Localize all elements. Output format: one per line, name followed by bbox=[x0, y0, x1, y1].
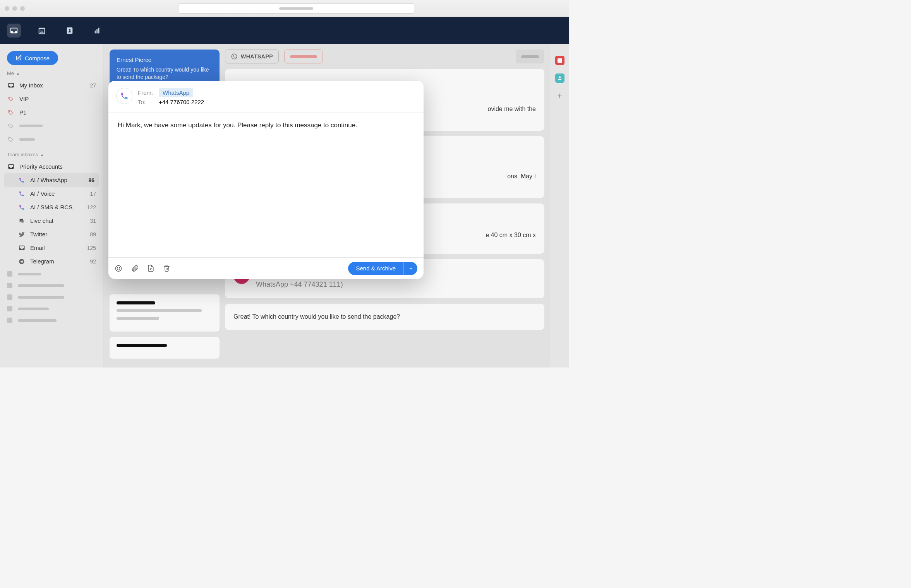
inbox-icon bbox=[7, 163, 15, 170]
whatsapp-icon bbox=[231, 53, 238, 60]
phone-icon bbox=[18, 177, 26, 183]
sidebar-item-skel-2 bbox=[0, 133, 103, 146]
chevron-down-icon bbox=[408, 266, 413, 271]
section-me[interactable]: Me▲ bbox=[0, 65, 103, 79]
svg-point-9 bbox=[9, 97, 10, 98]
chip-placeholder-red[interactable] bbox=[284, 50, 323, 63]
thread-item-skel[interactable] bbox=[110, 294, 220, 332]
section-team[interactable]: Team inboxes▲ bbox=[0, 146, 103, 160]
chip-placeholder-gray[interactable] bbox=[516, 50, 544, 63]
top-nav: 31 bbox=[0, 17, 569, 44]
svg-point-17 bbox=[117, 267, 118, 268]
nav-contacts-icon[interactable] bbox=[63, 24, 77, 38]
sidebar-item-ai-voice[interactable]: AI / Voice 17 bbox=[0, 187, 103, 200]
from-channel-badge[interactable]: WhatsApp bbox=[159, 88, 193, 97]
mac-title-bar bbox=[0, 0, 569, 17]
message-bubble: Great! To which country would you like t… bbox=[225, 304, 544, 330]
sidebar-skel bbox=[0, 303, 103, 315]
conversation-header: WHATSAPP bbox=[225, 50, 544, 63]
thread-snippet: Great! To which country would you like t… bbox=[117, 66, 213, 81]
sidebar-item-email[interactable]: Email 125 bbox=[0, 241, 103, 255]
svg-point-18 bbox=[119, 267, 120, 268]
chevron-up-icon: ▲ bbox=[40, 153, 44, 157]
chat-icon bbox=[18, 218, 26, 224]
sidebar-item-vip[interactable]: VIP bbox=[0, 92, 103, 106]
sidebar-skel bbox=[0, 280, 103, 291]
inbox-icon bbox=[7, 82, 15, 89]
sidebar-item-twitter[interactable]: Twitter 89 bbox=[0, 227, 103, 241]
sidebar-skel bbox=[0, 268, 103, 280]
tag-icon bbox=[7, 96, 15, 102]
inbox-icon bbox=[18, 244, 26, 251]
sidebar: Compose Me▲ My Inbox 27 VIP P1 Team inbo… bbox=[0, 44, 103, 368]
svg-rect-5 bbox=[95, 31, 96, 33]
window-max-dot[interactable] bbox=[20, 6, 25, 11]
sidebar-item-ai-sms[interactable]: AI / SMS & RCS 122 bbox=[0, 200, 103, 214]
svg-rect-6 bbox=[96, 29, 98, 33]
thread-item-skel[interactable] bbox=[110, 337, 220, 359]
svg-point-16 bbox=[116, 265, 122, 271]
nav-inbox-icon[interactable] bbox=[7, 24, 21, 38]
template-icon[interactable] bbox=[147, 265, 154, 272]
nav-analytics-icon[interactable] bbox=[91, 24, 105, 38]
sidebar-item-skel-1 bbox=[0, 119, 103, 133]
tag-icon bbox=[7, 123, 15, 129]
tag-icon bbox=[7, 109, 15, 116]
trash-icon[interactable] bbox=[163, 265, 170, 272]
from-label: From: bbox=[138, 89, 155, 96]
compose-label: Compose bbox=[25, 55, 50, 62]
thread-name: Ernest Pierce bbox=[117, 56, 213, 63]
sidebar-item-ai-whatsapp[interactable]: AI / WhatsApp 96 bbox=[4, 173, 99, 187]
business-subtitle: WhatsApp +44 774321 111) bbox=[256, 279, 343, 290]
telegram-icon bbox=[18, 258, 26, 265]
sidebar-item-priority-accounts[interactable]: Priority Accounts bbox=[0, 160, 103, 173]
sidebar-item-telegram[interactable]: Telegram 92 bbox=[0, 255, 103, 268]
to-label: To: bbox=[138, 99, 155, 105]
sidebar-item-p1[interactable]: P1 bbox=[0, 106, 103, 119]
to-value[interactable]: +44 776700 2222 bbox=[159, 99, 204, 105]
window-close-dot[interactable] bbox=[5, 6, 9, 11]
svg-point-10 bbox=[9, 111, 10, 112]
channel-chip-whatsapp[interactable]: WHATSAPP bbox=[225, 50, 279, 63]
rail-calendar-icon[interactable]: 31 bbox=[555, 56, 564, 65]
sidebar-skel bbox=[0, 291, 103, 303]
nav-calendar-icon[interactable]: 31 bbox=[35, 24, 49, 38]
rail-contact-icon[interactable] bbox=[555, 74, 564, 83]
sidebar-skel bbox=[0, 315, 103, 326]
svg-text:31: 31 bbox=[558, 60, 561, 62]
phone-icon bbox=[18, 204, 26, 210]
chevron-up-icon: ▲ bbox=[16, 72, 20, 75]
svg-text:31: 31 bbox=[40, 30, 44, 34]
send-archive-button[interactable]: Send & Archive bbox=[348, 262, 403, 275]
sidebar-item-live-chat[interactable]: Live chat 31 bbox=[0, 214, 103, 227]
window-min-dot[interactable] bbox=[12, 6, 17, 11]
tag-icon bbox=[7, 137, 15, 143]
compose-button[interactable]: Compose bbox=[7, 51, 58, 65]
right-rail: 31 + bbox=[550, 44, 569, 368]
sidebar-item-my-inbox[interactable]: My Inbox 27 bbox=[0, 79, 103, 92]
compose-body[interactable]: Hi Mark, we have some updates for you. P… bbox=[108, 113, 424, 257]
phone-icon bbox=[18, 191, 26, 197]
compose-footer: Send & Archive bbox=[108, 257, 424, 279]
compose-avatar bbox=[116, 88, 132, 104]
url-bar[interactable] bbox=[178, 3, 414, 14]
emoji-icon[interactable] bbox=[115, 265, 122, 272]
send-dropdown-button[interactable] bbox=[403, 262, 417, 275]
compose-icon bbox=[15, 55, 22, 61]
svg-rect-7 bbox=[98, 28, 100, 34]
url-placeholder bbox=[279, 7, 313, 10]
attachment-icon[interactable] bbox=[131, 265, 139, 272]
svg-point-4 bbox=[69, 29, 70, 31]
svg-point-12 bbox=[232, 54, 237, 59]
svg-point-15 bbox=[559, 76, 561, 78]
compose-modal: From: WhatsApp To: +44 776700 2222 Hi Ma… bbox=[108, 81, 424, 279]
rail-add-icon[interactable]: + bbox=[555, 91, 564, 101]
twitter-icon bbox=[18, 231, 26, 238]
compose-header: From: WhatsApp To: +44 776700 2222 bbox=[108, 81, 424, 113]
